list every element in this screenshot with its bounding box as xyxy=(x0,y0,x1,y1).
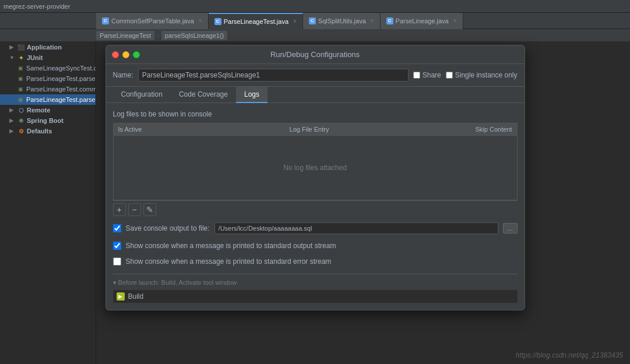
breadcrumb: ParseLineageTest › parseSqlsLineage1() xyxy=(0,29,630,42)
share-group: Share xyxy=(413,71,441,79)
table-toolbar: + − ✎ xyxy=(113,200,518,218)
save-console-checkbox[interactable] xyxy=(113,224,121,232)
minimize-button[interactable] xyxy=(122,51,129,58)
tab-label: ParseLineage.java xyxy=(396,17,449,24)
tab-parselineagetest[interactable]: C ParseLineageTest.java × xyxy=(209,13,303,29)
test-icon: ▣ xyxy=(16,96,24,104)
dialog-title: Run/Debug Configurations xyxy=(113,50,518,59)
dialog-tabs: Configuration Code Coverage Logs xyxy=(106,87,525,103)
tab-code-coverage[interactable]: Code Coverage xyxy=(171,87,236,103)
tab-configuration[interactable]: Configuration xyxy=(113,87,171,103)
before-launch-section: ▾ Before launch: Build, Activate tool wi… xyxy=(113,274,518,303)
sidebar-item-parselineage1[interactable]: ▣ ParseLineageTest.parseSqlsLineage1 xyxy=(0,94,96,105)
tab-parselineage[interactable]: C ParseLineage.java × xyxy=(381,13,463,29)
sidebar-item-remote[interactable]: ▶ ⬡ Remote xyxy=(0,105,96,115)
edit-log-button[interactable]: ✎ xyxy=(143,203,156,216)
test-icon: ▣ xyxy=(16,64,24,72)
name-row: Name: Share Single instance only xyxy=(106,64,525,87)
application-icon: ⬛ xyxy=(17,43,25,51)
single-instance-checkbox[interactable] xyxy=(446,72,453,79)
add-log-button[interactable]: + xyxy=(113,203,126,216)
single-instance-group: Single instance only xyxy=(446,71,518,79)
sidebar-item-label: JUnit xyxy=(27,54,43,61)
file-icon: C xyxy=(102,17,109,24)
close-icon[interactable]: × xyxy=(199,17,202,24)
col-skip-content: Skip Content xyxy=(459,123,517,135)
spring-icon: ❋ xyxy=(17,116,25,125)
test-icon: ▣ xyxy=(16,75,24,83)
defaults-icon: ⚙ xyxy=(17,127,25,135)
sidebar-item-springboot[interactable]: ▶ ❋ Spring Boot xyxy=(0,115,96,126)
col-is-active: Is Active xyxy=(114,123,160,135)
log-files-table: Is Active Log File Entry Skip Content No… xyxy=(113,123,518,200)
col-log-file-entry: Log File Entry xyxy=(160,123,459,135)
tab-label: CommonSelfParseTable.java xyxy=(111,17,194,24)
sidebar-item-parsecommon[interactable]: ▣ ParseLineageTest.common1 xyxy=(0,84,96,94)
run-debug-dialog: Run/Debug Configurations Name: Share Sin… xyxy=(105,45,525,310)
maximize-button[interactable] xyxy=(133,51,140,58)
show-output-checkbox[interactable] xyxy=(113,242,121,250)
name-label: Name: xyxy=(113,71,133,79)
share-checkbox[interactable] xyxy=(413,72,420,79)
tab-logs[interactable]: Logs xyxy=(236,87,268,103)
sidebar-item-label: ParseLineageTest.common1 xyxy=(26,86,96,93)
build-label: Build xyxy=(128,292,144,301)
sidebar-item-label: SameLineageSyncTest.orcale1 xyxy=(26,65,96,72)
tree-arrow-icon: ▶ xyxy=(9,128,15,134)
close-icon[interactable]: × xyxy=(453,17,457,24)
close-button[interactable] xyxy=(112,51,119,58)
file-tabs-row: C CommonSelfParseTable.java × C ParseLin… xyxy=(0,13,630,29)
sidebar-item-junit[interactable]: ▼ ✦ JUnit xyxy=(0,52,96,63)
dialog-content: Log files to be shown in console Is Acti… xyxy=(106,103,525,310)
sidebar-item-label: Remote xyxy=(27,107,50,114)
empty-message: No log files attached xyxy=(283,164,347,172)
toolbar-icons: megrez-server-provider xyxy=(3,3,70,10)
show-output-label: Show console when a message is printed t… xyxy=(126,242,336,250)
option-show-output: Show console when a message is printed t… xyxy=(113,238,518,253)
option-save-console: Save console output to file: … xyxy=(113,218,518,238)
build-icon: ▶ xyxy=(117,292,125,301)
tree-arrow-icon: ▶ xyxy=(9,107,15,113)
single-instance-label: Single instance only xyxy=(455,71,518,79)
tab-label: SqlSplitUtils.java xyxy=(318,17,366,24)
breadcrumb-method[interactable]: parseSqlsLineage1() xyxy=(161,31,228,40)
build-item: ▶ Build xyxy=(113,290,518,303)
show-error-label: Show console when a message is printed t… xyxy=(126,257,332,266)
name-input[interactable] xyxy=(138,69,409,82)
breadcrumb-separator: › xyxy=(157,32,159,39)
sidebar-item-label: ParseLineageTest.parseSqlsLineage1 xyxy=(26,96,96,103)
show-error-checkbox[interactable] xyxy=(113,257,121,266)
dialog-titlebar: Run/Debug Configurations xyxy=(106,45,525,64)
tree-arrow-icon: ▶ xyxy=(9,44,15,50)
tab-commonselfparse[interactable]: C CommonSelfParseTable.java × xyxy=(96,13,209,29)
sidebar: ▶ ⬛ Application ▼ ✦ JUnit ▣ SameLineageS… xyxy=(0,42,96,364)
browse-button[interactable]: … xyxy=(503,223,518,234)
sidebar-item-samelineage[interactable]: ▣ SameLineageSyncTest.orcale1 xyxy=(0,63,96,73)
junit-icon: ✦ xyxy=(17,54,25,62)
section-title: Log files to be shown in console xyxy=(113,110,518,118)
close-icon[interactable]: × xyxy=(293,18,297,24)
remote-icon: ⬡ xyxy=(17,106,25,114)
file-icon: C xyxy=(214,18,221,25)
breadcrumb-class[interactable]: ParseLineageTest xyxy=(96,31,154,40)
sidebar-item-defaults[interactable]: ▶ ⚙ Defaults xyxy=(0,126,96,136)
close-icon[interactable]: × xyxy=(371,17,374,24)
sidebar-item-label: Spring Boot xyxy=(27,117,64,124)
option-show-error: Show console when a message is printed t… xyxy=(113,253,518,269)
traffic-lights xyxy=(112,51,140,58)
save-console-input[interactable] xyxy=(214,222,498,234)
project-label: megrez-server-provider xyxy=(3,3,70,10)
tab-sqlsplitutils[interactable]: C SqlSplitUtils.java × xyxy=(303,13,381,29)
sidebar-item-parselineage[interactable]: ▣ ParseLineageTest.parseSqlsLineage xyxy=(0,73,96,84)
tree-arrow-icon: ▶ xyxy=(9,118,15,123)
sidebar-item-application[interactable]: ▶ ⬛ Application xyxy=(0,42,96,52)
top-toolbar: megrez-server-provider xyxy=(0,0,630,13)
test-icon: ▣ xyxy=(16,85,24,93)
file-icon: C xyxy=(309,17,316,24)
save-console-label: Save console output to file: xyxy=(126,224,210,232)
file-icon: C xyxy=(386,17,393,24)
sidebar-item-label: ParseLineageTest.parseSqlsLineage xyxy=(26,75,96,82)
tree-arrow-icon: ▼ xyxy=(9,55,15,61)
remove-log-button[interactable]: − xyxy=(128,203,141,216)
sidebar-item-label: Defaults xyxy=(27,128,52,135)
